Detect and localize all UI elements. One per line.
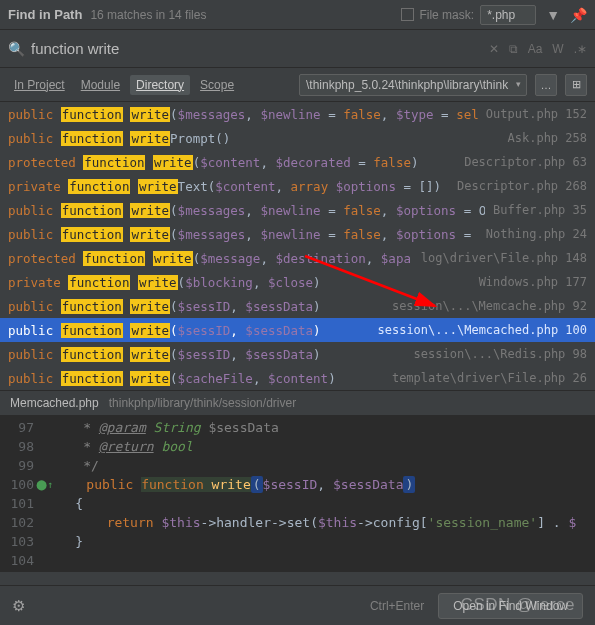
result-row[interactable]: public function write($sessID, $sessData… [0,318,595,342]
match-count: 16 matches in 14 files [90,8,206,22]
open-in-find-window-button[interactable]: Open in Find Window [438,593,583,619]
editor-line: 100⬤↑ public function write($sessID, $se… [0,475,595,494]
search-input[interactable] [31,40,489,57]
result-row[interactable]: protected function write($content, $deco… [0,150,595,174]
result-row[interactable]: private function write($blocking, $close… [0,270,595,294]
preview-path: thinkphp/library/think/session/driver [109,396,296,410]
result-row[interactable]: protected function write($message, $dest… [0,246,595,270]
editor-line: 97 * @param String $sessData [0,418,595,437]
editor-line: 98 * @return bool [0,437,595,456]
tab-directory[interactable]: Directory [130,75,190,95]
result-row[interactable]: public function write($sessID, $sessData… [0,342,595,366]
directory-path-combo[interactable]: \thinkphp_5.0.24\thinkphp\library\think [299,74,527,96]
result-row[interactable]: public function write($messages, $newlin… [0,198,595,222]
editor-line: 101 { [0,494,595,513]
file-mask-label: File mask: [419,8,474,22]
file-mask-input[interactable] [480,5,536,25]
gear-icon[interactable]: ⚙ [12,597,25,615]
tab-scope[interactable]: Scope [194,75,240,95]
history-icon[interactable]: ⧉ [509,42,518,56]
result-row[interactable]: private function writeText($content, arr… [0,174,595,198]
pin-icon[interactable]: 📌 [570,7,587,23]
result-row[interactable]: public function write($messages, $newlin… [0,102,595,126]
recursive-button[interactable]: ⊞ [565,74,587,96]
preview-filename: Memcached.php [10,396,99,410]
result-row[interactable]: public function write($messages, $newlin… [0,222,595,246]
editor-line: 104 [0,551,595,570]
result-row[interactable]: public function write($sessID, $sessData… [0,294,595,318]
regex-toggle[interactable]: .∗ [574,42,587,56]
word-toggle[interactable]: W [552,42,563,56]
editor-line: 103 } [0,532,595,551]
file-mask-checkbox[interactable] [401,8,414,21]
filter-icon[interactable]: ▼ [546,7,560,23]
result-row[interactable]: public function write($cacheFile, $conte… [0,366,595,390]
browse-button[interactable]: … [535,74,557,96]
dialog-title: Find in Path [8,7,82,22]
case-toggle[interactable]: Aa [528,42,543,56]
clear-icon[interactable]: ✕ [489,42,499,56]
tab-module[interactable]: Module [75,75,126,95]
editor-line: 99 */ [0,456,595,475]
result-row[interactable]: public function writePrompt()Ask.php 258 [0,126,595,150]
tab-in-project[interactable]: In Project [8,75,71,95]
shortcut-hint: Ctrl+Enter [370,599,424,613]
search-icon: 🔍 [8,41,25,57]
editor-line: 102 return $this->handler->set($this->co… [0,513,595,532]
